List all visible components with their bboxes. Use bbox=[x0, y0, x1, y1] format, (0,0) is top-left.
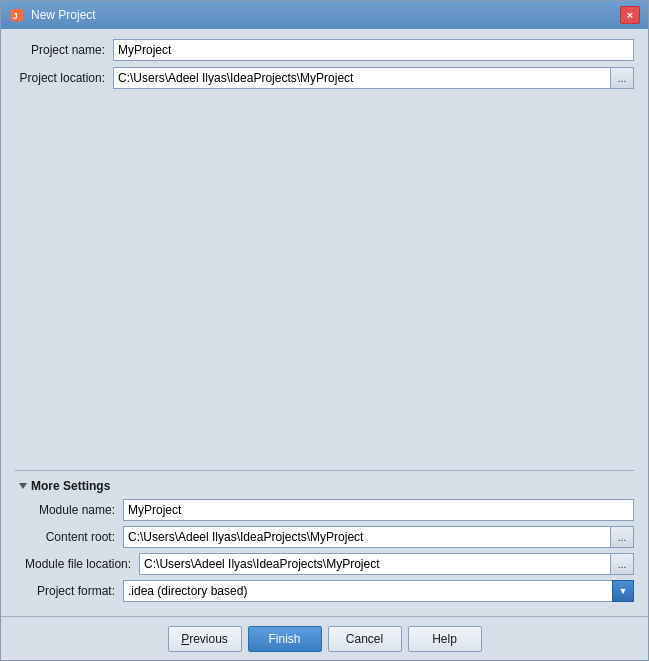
content-root-input[interactable] bbox=[123, 526, 610, 548]
help-button[interactable]: Help bbox=[408, 626, 482, 652]
content-root-label: Content root: bbox=[25, 530, 115, 544]
more-settings-fields: Module name: Content root: ... Module fi… bbox=[15, 499, 634, 608]
more-settings-label: More Settings bbox=[31, 479, 110, 493]
module-name-row: Module name: bbox=[25, 499, 634, 521]
module-file-location-field-group: ... bbox=[139, 553, 634, 575]
content-root-browse-button[interactable]: ... bbox=[610, 526, 634, 548]
close-icon: × bbox=[627, 9, 633, 21]
title-bar-left: J New Project bbox=[9, 7, 96, 23]
more-settings-header[interactable]: More Settings bbox=[15, 475, 634, 499]
content-root-field-group: ... bbox=[123, 526, 634, 548]
triangle-expand-icon bbox=[19, 482, 27, 490]
module-file-location-input[interactable] bbox=[139, 553, 610, 575]
project-format-select[interactable]: .idea (directory based) bbox=[123, 580, 612, 602]
project-location-row: Project location: ... bbox=[15, 67, 634, 89]
project-location-field-group: ... bbox=[113, 67, 634, 89]
project-name-input[interactable] bbox=[113, 39, 634, 61]
footer: Previous Finish Cancel Help bbox=[1, 616, 648, 660]
module-name-input[interactable] bbox=[123, 499, 634, 521]
previous-button[interactable]: Previous bbox=[168, 626, 242, 652]
cancel-button[interactable]: Cancel bbox=[328, 626, 402, 652]
empty-middle-area bbox=[15, 95, 634, 460]
close-button[interactable]: × bbox=[620, 6, 640, 24]
svg-marker-2 bbox=[19, 483, 27, 489]
project-location-input[interactable] bbox=[113, 67, 610, 89]
finish-button[interactable]: Finish bbox=[248, 626, 322, 652]
content-root-row: Content root: ... bbox=[25, 526, 634, 548]
project-format-label: Project format: bbox=[25, 584, 115, 598]
content-area: Project name: Project location: ... More… bbox=[1, 29, 648, 616]
module-file-location-browse-button[interactable]: ... bbox=[610, 553, 634, 575]
project-format-dropdown-arrow[interactable] bbox=[612, 580, 634, 602]
module-file-location-label: Module file location: bbox=[25, 557, 131, 571]
project-location-label: Project location: bbox=[15, 71, 105, 85]
project-format-select-group: .idea (directory based) bbox=[123, 580, 634, 602]
project-format-row: Project format: .idea (directory based) bbox=[25, 580, 634, 602]
title-bar: J New Project × bbox=[1, 1, 648, 29]
project-name-row: Project name: bbox=[15, 39, 634, 61]
more-settings-section: More Settings Module name: Content root:… bbox=[15, 470, 634, 608]
module-file-location-row: Module file location: ... bbox=[25, 553, 634, 575]
svg-text:J: J bbox=[13, 11, 18, 21]
project-name-label: Project name: bbox=[15, 43, 105, 57]
intellij-icon: J bbox=[9, 7, 25, 23]
dialog-title: New Project bbox=[31, 8, 96, 22]
project-location-browse-button[interactable]: ... bbox=[610, 67, 634, 89]
module-name-label: Module name: bbox=[25, 503, 115, 517]
new-project-dialog: J New Project × Project name: Project lo… bbox=[0, 0, 649, 661]
